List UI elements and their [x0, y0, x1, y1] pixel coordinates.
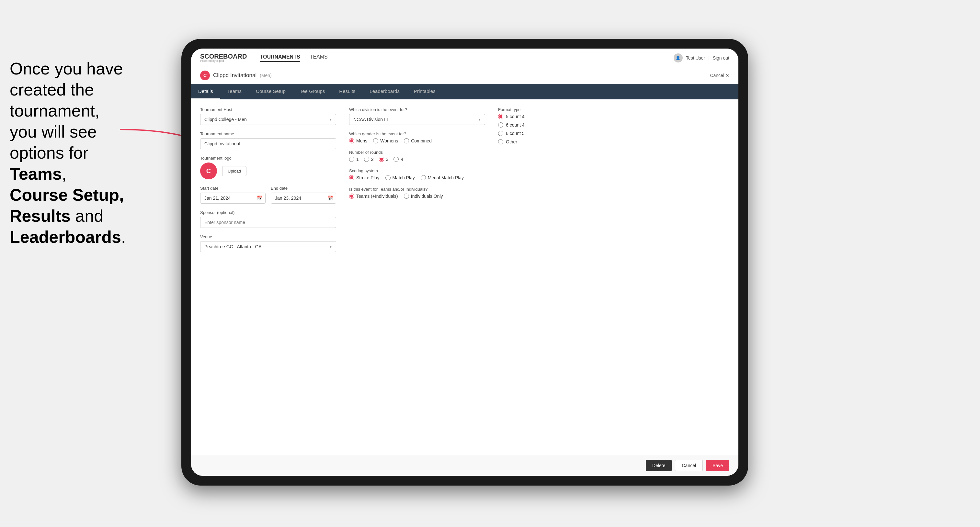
end-date-group: End date 📅	[271, 186, 336, 204]
format-6count5-radio[interactable]	[498, 131, 503, 136]
venue-label: Venue	[200, 234, 336, 239]
tournament-name-input[interactable]	[200, 138, 336, 149]
rounds-3-radio[interactable]	[379, 157, 384, 162]
main-nav: TOURNAMENTS TEAMS	[260, 54, 328, 62]
scoring-stroke-label: Stroke Play	[356, 175, 380, 180]
format-5count4[interactable]: 5 count 4	[498, 114, 615, 119]
scoring-medal-label: Medal Match Play	[428, 175, 464, 180]
start-date-input[interactable]	[200, 193, 266, 204]
tab-results[interactable]: Results	[332, 84, 363, 99]
tablet-device: SCOREBOARD Powered by clippd TOURNAMENTS…	[181, 39, 748, 486]
delete-button[interactable]: Delete	[646, 460, 672, 471]
individuals-only[interactable]: Individuals Only	[404, 194, 443, 199]
logo: SCOREBOARD Powered by clippd	[200, 53, 247, 62]
rounds-3[interactable]: 3	[379, 157, 389, 162]
end-date-wrapper: 📅	[271, 193, 336, 204]
breadcrumb-bar: C Clippd Invitational (Men) Cancel ✕	[191, 67, 738, 84]
venue-select-wrapper: Peachtree GC - Atlanta - GA	[200, 241, 336, 252]
gender-mens-label: Mens	[356, 138, 367, 143]
format-6count5[interactable]: 6 count 5	[498, 131, 615, 136]
rounds-4-radio[interactable]	[393, 157, 399, 162]
sponsor-label: Sponsor (optional)	[200, 210, 336, 215]
user-link[interactable]: Test User	[686, 56, 705, 60]
nav-tournaments[interactable]: TOURNAMENTS	[260, 54, 300, 62]
teams-plus-individuals[interactable]: Teams (+Individuals)	[349, 194, 398, 199]
rounds-2-label: 2	[371, 157, 374, 162]
gender-label: Which gender is the event for?	[349, 132, 485, 136]
format-6count4[interactable]: 6 count 4	[498, 122, 615, 127]
tournament-logo-group: Tournament logo C Upload	[200, 156, 336, 179]
tab-navigation: Details Teams Course Setup Tee Groups Re…	[191, 84, 738, 99]
scoring-medal-radio[interactable]	[421, 175, 426, 180]
division-select-wrapper: NCAA Division III	[349, 114, 485, 125]
teams-individuals-group: Is this event for Teams and/or Individua…	[349, 187, 485, 199]
app-header: SCOREBOARD Powered by clippd TOURNAMENTS…	[191, 49, 738, 67]
breadcrumb-title: Clippd Invitational	[213, 72, 256, 79]
rounds-2[interactable]: 2	[364, 157, 374, 162]
scoring-radio-group: Stroke Play Match Play Medal Match Play	[349, 175, 485, 180]
tab-printables[interactable]: Printables	[407, 84, 443, 99]
tournament-host-group: Tournament Host Clippd College - Men	[200, 107, 336, 125]
scoring-label: Scoring system	[349, 168, 485, 173]
content-middle: Which division is the event for? NCAA Di…	[349, 107, 485, 447]
gender-combined[interactable]: Combined	[404, 138, 432, 143]
date-row: Start date 📅 End date 📅	[200, 186, 336, 210]
scoring-match[interactable]: Match Play	[385, 175, 415, 180]
division-group: Which division is the event for? NCAA Di…	[349, 107, 485, 125]
gender-womens[interactable]: Womens	[373, 138, 398, 143]
tournament-host-select[interactable]: Clippd College - Men	[200, 114, 336, 125]
tournament-name-group: Tournament name	[200, 132, 336, 149]
nav-teams[interactable]: TEAMS	[310, 54, 328, 62]
main-content: Tournament Host Clippd College - Men Tou…	[191, 99, 738, 455]
scoring-match-radio[interactable]	[385, 175, 391, 180]
end-date-label: End date	[271, 186, 336, 190]
breadcrumb-content: C Clippd Invitational (Men)	[200, 71, 272, 80]
division-label: Which division is the event for?	[349, 107, 485, 112]
cancel-top-button[interactable]: Cancel ✕	[710, 73, 729, 78]
tab-course-setup[interactable]: Course Setup	[249, 84, 293, 99]
save-button[interactable]: Save	[706, 460, 729, 471]
user-avatar: 👤	[674, 53, 683, 62]
gender-mens[interactable]: Mens	[349, 138, 367, 143]
gender-combined-label: Combined	[411, 138, 432, 143]
start-date-wrapper: 📅	[200, 193, 266, 204]
rounds-4[interactable]: 4	[393, 157, 403, 162]
tab-tee-groups[interactable]: Tee Groups	[293, 84, 332, 99]
gender-womens-radio[interactable]	[373, 138, 378, 143]
format-other-label: Other	[506, 139, 517, 144]
gender-combined-radio[interactable]	[404, 138, 409, 143]
rounds-1-radio[interactable]	[349, 157, 354, 162]
nav-separator: |	[708, 56, 710, 60]
content-left: Tournament Host Clippd College - Men Tou…	[200, 107, 336, 447]
format-6count4-radio[interactable]	[498, 122, 503, 127]
venue-select[interactable]: Peachtree GC - Atlanta - GA	[200, 241, 336, 252]
gender-mens-radio[interactable]	[349, 138, 354, 143]
rounds-radio-group: 1 2 3 4	[349, 157, 485, 162]
scoring-stroke[interactable]: Stroke Play	[349, 175, 380, 180]
rounds-1[interactable]: 1	[349, 157, 359, 162]
scoring-match-label: Match Play	[393, 175, 415, 180]
format-other[interactable]: Other	[498, 139, 615, 144]
scoring-stroke-radio[interactable]	[349, 175, 354, 180]
tab-leaderboards[interactable]: Leaderboards	[363, 84, 407, 99]
format-type-group: Format type 5 count 4 6 count 4 6 count …	[498, 107, 615, 144]
tab-details[interactable]: Details	[191, 84, 220, 99]
rounds-3-label: 3	[386, 157, 389, 162]
end-date-input[interactable]	[271, 193, 336, 204]
rounds-4-label: 4	[401, 157, 403, 162]
tab-teams[interactable]: Teams	[220, 84, 249, 99]
sponsor-input[interactable]	[200, 217, 336, 228]
division-select[interactable]: NCAA Division III	[349, 114, 485, 125]
individuals-only-radio[interactable]	[404, 194, 409, 199]
upload-button[interactable]: Upload	[222, 166, 247, 176]
rounds-2-radio[interactable]	[364, 157, 369, 162]
format-other-radio[interactable]	[498, 139, 503, 144]
cancel-button[interactable]: Cancel	[675, 460, 703, 471]
gender-radio-group: Mens Womens Combined	[349, 138, 485, 143]
scoring-medal[interactable]: Medal Match Play	[421, 175, 464, 180]
logo-area: SCOREBOARD Powered by clippd TOURNAMENTS…	[200, 53, 328, 62]
format-5count4-radio[interactable]	[498, 114, 503, 119]
signout-link[interactable]: Sign out	[713, 56, 729, 60]
teams-plus-radio[interactable]	[349, 194, 354, 199]
scoring-group: Scoring system Stroke Play Match Play	[349, 168, 485, 180]
